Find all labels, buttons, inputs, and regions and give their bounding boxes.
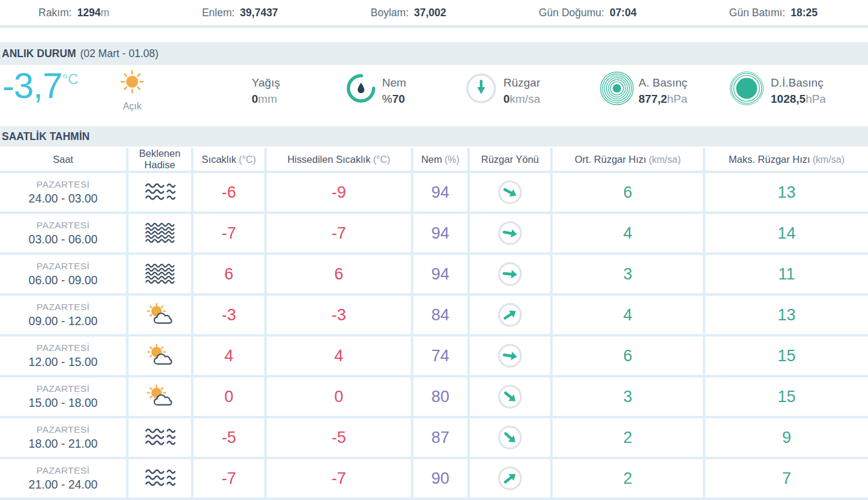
forecast-row-event-cell: [129, 173, 191, 212]
wind-direction-cell: [470, 459, 550, 498]
wind-direction-arrow-icon: [497, 424, 523, 451]
temperature-value: 4: [193, 337, 264, 375]
day-label: PAZARTESİ: [37, 424, 90, 435]
wind-direction: [497, 465, 523, 492]
humidity-value: 94: [413, 214, 467, 252]
sunset-label: Gün Batımı:: [729, 7, 785, 19]
wind-direction-arrow-icon: [497, 179, 523, 206]
forecast-row-time-cell: PAZARTESİ 03.00 - 06.00: [0, 214, 126, 252]
hourly-forecast-section-header: SAATLİK TAHMİN: [0, 126, 868, 147]
section-title: ANLIK DURUM: [2, 47, 76, 60]
station-pressure-value: 877,2: [639, 93, 667, 105]
forecast-row-time-cell: PAZARTESİ 24.00 - 03.00: [0, 173, 126, 212]
sunrise-value: 07:04: [610, 7, 637, 19]
wind-direction-cell: [470, 173, 550, 212]
humidity-value: 94: [413, 255, 467, 293]
col-header-feels-like: Hissedilen Sıcaklık(°C): [267, 148, 411, 171]
feels-like-value: 0: [267, 377, 411, 416]
fog-patchy-icon: [144, 466, 175, 490]
precipitation-label: Yağış: [252, 75, 280, 91]
forecast-row-time-cell: PAZARTESİ 09.00 - 12.00: [0, 296, 126, 334]
day-label: PAZARTESİ: [37, 383, 90, 394]
sunset-value: 18:25: [791, 7, 818, 19]
wind-direction: [497, 220, 523, 246]
temperature-value: -7: [193, 214, 264, 252]
precipitation-value-line: 0mm: [252, 91, 280, 107]
humidity-value: 80: [413, 377, 467, 416]
feels-like-value: -5: [267, 418, 411, 457]
current-condition: Açık: [112, 70, 153, 112]
sun-cloud-icon: [144, 385, 175, 409]
current-conditions-row: -3,7 °C Açık Yağış 0mm: [0, 65, 868, 126]
humidity-value: 90: [413, 459, 467, 498]
col-header-event: Beklenen Hadise: [129, 148, 191, 171]
temperature-value: -5: [193, 418, 264, 457]
day-label: PAZARTESİ: [37, 220, 90, 231]
temperature-value: -3: [193, 296, 264, 334]
sunrise-stat: Gün Doğumu:07:04: [539, 7, 637, 19]
altitude-value: 1294: [77, 7, 100, 19]
col-header-humidity: Nem(%): [413, 148, 467, 171]
forecast-row-time-cell: PAZARTESİ 21.00 - 24.00: [0, 459, 126, 498]
day-label: PAZARTESİ: [37, 261, 90, 272]
precipitation-unit: mm: [258, 93, 278, 105]
forecast-row-time-cell: PAZARTESİ 06.00 - 09.00: [0, 255, 126, 293]
forecast-row-time-cell: PAZARTESİ 12.00 - 15.00: [0, 337, 126, 375]
wind-direction: [497, 261, 523, 287]
longitude-value: 37,002: [414, 7, 446, 19]
max-wind-speed-value: 11: [705, 255, 868, 293]
forecast-row-event-cell: [129, 337, 191, 375]
max-wind-speed-value: 14: [705, 214, 868, 252]
max-wind-speed-value: 15: [705, 337, 868, 375]
humidity-gauge-icon: [345, 72, 377, 107]
sun-icon: [118, 89, 146, 99]
feels-like-value: -3: [267, 296, 411, 334]
station-pressure-value-line: 877,2hPa: [639, 91, 687, 107]
forecast-row-event-cell: [129, 296, 191, 334]
max-wind-speed-value: 15: [705, 377, 868, 416]
time-range: 24.00 - 03.00: [29, 192, 98, 206]
current-conditions-section-header: ANLIK DURUM (02 Mart - 01.08): [0, 42, 868, 65]
longitude-stat: Boylam:37,002: [371, 7, 446, 19]
weather-current-and-hourly-panel: Rakım:1294m Enlem:39,7437 Boylam:37,002 …: [0, 0, 868, 500]
wind-direction-arrow-icon: [497, 302, 523, 328]
feels-like-value: -9: [267, 173, 411, 212]
humidity-value-line: %70: [382, 91, 406, 107]
wind-direction-arrow-icon: [497, 465, 523, 492]
sun-cloud-icon: [144, 344, 175, 368]
feels-like-value: -7: [267, 214, 411, 252]
fog-patchy-icon: [144, 425, 175, 450]
wind-direction-cell: [470, 255, 550, 293]
altitude-unit: m: [100, 7, 109, 19]
day-label: PAZARTESİ: [37, 343, 90, 353]
wind-direction-arrow-icon: [497, 220, 523, 246]
precipitation-metric: Yağış 0mm: [252, 75, 280, 107]
temperature-value: 6: [193, 255, 264, 293]
fog-dense-icon: [144, 262, 175, 286]
sea-level-pressure-label: D.İ.Basınç: [771, 75, 826, 91]
longitude-label: Boylam:: [371, 7, 408, 19]
day-label: PAZARTESİ: [37, 302, 90, 312]
feels-like-value: -7: [267, 459, 411, 498]
forecast-row-event-cell: [129, 214, 191, 252]
station-info-bar: Rakım:1294m Enlem:39,7437 Boylam:37,002 …: [0, 0, 868, 25]
wind-direction-arrow-icon: [497, 261, 523, 287]
current-condition-label: Açık: [112, 101, 153, 112]
forecast-row-time-cell: PAZARTESİ 18.00 - 21.00: [0, 418, 126, 457]
max-wind-speed-value: 13: [705, 173, 868, 212]
avg-wind-speed-value: 4: [553, 296, 703, 334]
wind-label: Rüzgar: [503, 75, 540, 91]
humidity-value: 84: [413, 296, 467, 334]
sea-level-pressure-value: 1028,5: [771, 93, 806, 105]
fog-dense-icon: [144, 221, 175, 245]
sunrise-label: Gün Doğumu:: [539, 7, 604, 19]
current-temperature: -3,7 °C: [2, 67, 78, 105]
wind-metric: Rüzgar 0km/sa: [503, 75, 540, 107]
time-range: 21.00 - 24.00: [29, 478, 98, 492]
wind-direction: [497, 424, 523, 451]
wind-down-arrow-icon: [465, 72, 497, 107]
max-wind-speed-value: 9: [705, 418, 868, 457]
col-header-temperature: Sıcaklık(°C): [193, 148, 264, 171]
station-pressure-unit: hPa: [667, 93, 688, 105]
humidity-value: 74: [413, 337, 467, 375]
